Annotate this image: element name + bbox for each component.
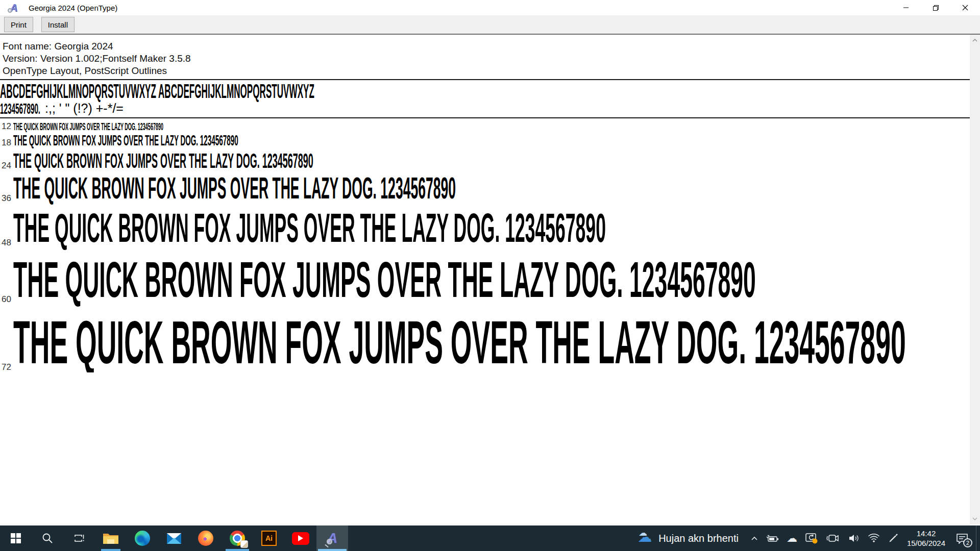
illustrator-icon: Ai (261, 531, 277, 546)
size-label: 72 (0, 363, 12, 371)
wifi-status[interactable] (868, 534, 880, 543)
size-label: 36 (0, 194, 12, 203)
pen-icon (888, 533, 899, 544)
search-icon (41, 532, 54, 544)
sample-text: THE QUICK BROWN FOX JUMPS OVER THE LAZY … (13, 151, 313, 171)
mail-icon (166, 532, 182, 545)
youtube-icon (292, 532, 309, 545)
cloud-icon: ☁ (787, 533, 797, 544)
weather-widget[interactable]: ☁ ☁ Hujan akn brhenti (632, 525, 744, 551)
sample-row-18: 18 THE QUICK BROWN FOX JUMPS OVER THE LA… (0, 133, 970, 148)
chevron-up-icon (751, 536, 758, 540)
illustrator-button[interactable]: Ai (253, 525, 285, 551)
size-label: 24 (0, 161, 12, 170)
size-label: 60 (0, 295, 12, 304)
sample-text: THE QUICK BROWN FOX JUMPS OVER THE LAZY … (13, 254, 756, 305)
time-text: 14:42 (917, 529, 936, 538)
sample-text: THE QUICK BROWN FOX JUMPS OVER THE LAZY … (13, 121, 163, 132)
youtube-button[interactable] (285, 525, 316, 551)
font-viewer-window: A Georgia 2024 (OpenType) Print Install (0, 0, 980, 525)
rain-cloud-icon: ☁ ☁ (638, 531, 654, 546)
running-indicator (226, 549, 249, 551)
edge-icon (135, 531, 150, 546)
sync-icon (805, 532, 818, 544)
mail-button[interactable] (158, 525, 190, 551)
chrome-button[interactable] (222, 525, 253, 551)
magnifier-lens-icon (327, 539, 332, 544)
sample-text: THE QUICK BROWN FOX JUMPS OVER THE LAZY … (13, 208, 606, 248)
restore-button[interactable] (921, 0, 950, 15)
alphabet-specimen: ABCDEFGHIJKLMNOPQRSTUVWXYZ ABCDEFGHIJKLM… (0, 82, 970, 101)
minimize-button[interactable] (891, 0, 921, 15)
font-viewer-taskbar-button[interactable]: A (316, 525, 348, 551)
battery-charging-icon (766, 533, 779, 543)
meet-now[interactable] (826, 533, 840, 543)
edge-button[interactable] (127, 525, 158, 551)
scroll-down-button[interactable] (970, 513, 980, 524)
notification-badge: 2 (963, 538, 972, 547)
firefox-button[interactable] (190, 525, 222, 551)
symbols-specimen: :,; ' " (!?) +-*/= (45, 101, 124, 116)
camera-icon (826, 533, 840, 543)
font-name-line: Font name: Georgia 2024 (3, 40, 970, 53)
vertical-scrollbar[interactable] (970, 35, 980, 524)
divider (0, 117, 970, 118)
show-desktop-button[interactable] (976, 525, 980, 551)
sample-text: THE QUICK BROWN FOX JUMPS OVER THE LAZY … (13, 133, 238, 148)
sample-row-48: 48 THE QUICK BROWN FOX JUMPS OVER THE LA… (0, 208, 970, 248)
sync-status[interactable] (805, 532, 818, 544)
windows-logo-icon (11, 533, 21, 543)
taskbar: Ai A ☁ ☁ Hujan akn brhenti (0, 525, 980, 551)
windows-ink[interactable] (888, 533, 899, 544)
weather-text: Hujan akn brhenti (658, 533, 739, 544)
start-button[interactable] (0, 525, 32, 551)
chrome-icon (230, 531, 245, 546)
active-indicator (318, 549, 347, 551)
print-button[interactable]: Print (4, 17, 33, 32)
wifi-icon (868, 534, 880, 543)
sample-row-24: 24 THE QUICK BROWN FOX JUMPS OVER THE LA… (0, 151, 970, 171)
scroll-up-button[interactable] (970, 35, 980, 46)
window-title: Georgia 2024 (OpenType) (29, 4, 117, 12)
speaker-icon (848, 533, 860, 543)
volume-control[interactable] (848, 533, 860, 543)
search-button[interactable] (32, 525, 63, 551)
font-layout-line: OpenType Layout, PostScript Outlines (3, 65, 970, 77)
tray-overflow-chevron[interactable] (751, 536, 758, 540)
titlebar: A Georgia 2024 (OpenType) (0, 0, 980, 15)
task-view-icon (73, 533, 85, 544)
font-viewer-icon: A (325, 530, 339, 547)
font-version-line: Version: Version 1.002;Fontself Maker 3.… (3, 53, 970, 65)
install-button[interactable]: Install (41, 17, 75, 32)
sample-row-36: 36 THE QUICK BROWN FOX JUMPS OVER THE LA… (0, 173, 970, 204)
sample-text: THE QUICK BROWN FOX JUMPS OVER THE LAZY … (13, 173, 456, 204)
file-explorer-icon (103, 532, 119, 545)
size-label: 18 (0, 138, 12, 147)
onedrive-status[interactable]: ☁ (787, 533, 797, 544)
size-label: 12 (0, 122, 12, 131)
font-viewer-icon: A (7, 2, 20, 14)
close-button[interactable] (950, 0, 980, 15)
sample-row-12: 12 THE QUICK BROWN FOX JUMPS OVER THE LA… (0, 121, 970, 132)
action-center-button[interactable]: 2 (954, 531, 970, 546)
sample-row-72: 72 THE QUICK BROWN FOX JUMPS OVER THE LA… (0, 312, 970, 372)
magnifier-lens-icon (8, 8, 12, 13)
divider (0, 79, 970, 80)
clock[interactable]: 14:42 15/06/2024 (907, 529, 945, 548)
font-preview-area: Font name: Georgia 2024 Version: Version… (0, 35, 980, 524)
size-label: 48 (0, 238, 12, 247)
firefox-icon (198, 531, 213, 546)
sample-text: THE QUICK BROWN FOX JUMPS OVER THE LAZY … (13, 312, 906, 372)
digits-specimen: 1234567890. :,; ' " (!?) +-*/= (0, 101, 970, 116)
toolbar: Print Install (0, 15, 980, 35)
chrome-profile-overlay-icon (240, 540, 248, 548)
file-explorer-button[interactable] (95, 525, 127, 551)
battery-status[interactable] (766, 533, 779, 543)
task-view-button[interactable] (63, 525, 95, 551)
running-indicator (101, 549, 120, 551)
sample-row-60: 60 THE QUICK BROWN FOX JUMPS OVER THE LA… (0, 254, 970, 305)
date-text: 15/06/2024 (907, 538, 945, 548)
